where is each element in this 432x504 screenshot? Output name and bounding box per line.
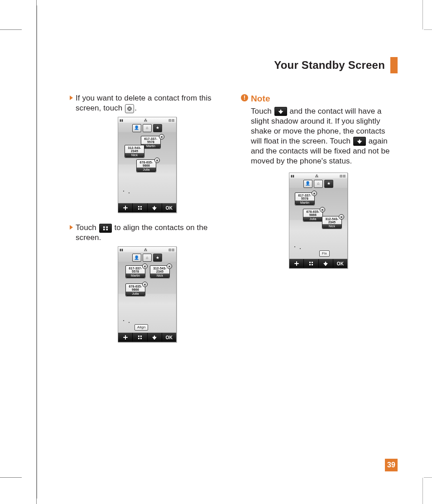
note-title: Note (251, 93, 270, 105)
tab-favorites-icon: ★ (324, 180, 333, 188)
bullet-text: If you want to delete a contact from thi… (76, 93, 225, 113)
bullet-align-contacts: Touch to align the contacts on the scree… (70, 223, 225, 243)
wallpaper-area: 617-337-5578 Martin ✕ 312-543-2345 Nick … (118, 262, 176, 332)
bluetooth-icon: ⁂ (144, 118, 147, 122)
close-icon: ✕ (159, 134, 164, 139)
svg-rect-16 (312, 264, 313, 265)
crop-mark (422, 478, 423, 504)
tab-favorites-icon: ★ (153, 124, 162, 132)
svg-rect-15 (309, 264, 311, 265)
contact-name: Nick (322, 224, 341, 228)
svg-rect-1 (138, 206, 139, 207)
page-header: Your Standby Screen (39, 57, 398, 73)
svg-rect-3 (138, 208, 139, 210)
top-tab-bar: 👤 ⌂ ★ (289, 178, 347, 188)
crop-mark (424, 477, 432, 478)
svg-rect-9 (138, 336, 139, 337)
bullet-delete-contact: If you want to delete a contact from thi… (70, 93, 225, 113)
page-gutter (36, 5, 37, 499)
phone-screenshot-fix: ▮▮ ⁂ ▥▥ 👤 ⌂ ★ 617-337-5578 Martin (289, 173, 348, 269)
add-button (118, 203, 133, 212)
right-column: ! Note Touch and the contact will have a… (241, 93, 396, 352)
fix-tooltip: Fix (319, 250, 330, 257)
crop-mark (0, 29, 22, 30)
contact-card-julia: 678-635-9866 Julia (136, 159, 156, 172)
contact-name: Martin (126, 274, 145, 278)
note-body: Touch and the contact will have a slight… (251, 106, 396, 167)
triangle-bullet-icon (70, 96, 73, 100)
phone-screenshot-align: ▮▮ ⁂ ▥▥ 👤 ⌂ ★ 617-337-5578 Martin (118, 246, 177, 342)
signal-icon: ▮▮ (120, 118, 123, 122)
close-icon: ✕ (167, 264, 172, 269)
align-grid-icon (99, 224, 112, 233)
wallpaper-area: 617-337-5578 Martin ✕ 678-635-9866 Julia… (289, 188, 347, 259)
close-icon: ✕ (154, 158, 160, 163)
pin-button (148, 203, 162, 212)
page-content: Your Standby Screen If you want to delet… (39, 36, 419, 478)
svg-rect-2 (140, 206, 142, 207)
ok-button: OK (162, 203, 176, 212)
crop-mark (424, 29, 432, 30)
add-button (118, 333, 133, 342)
close-icon: ✕ (339, 214, 344, 220)
align-button (133, 203, 147, 212)
pin-button (319, 259, 333, 268)
svg-rect-14 (312, 262, 313, 263)
align-button (133, 333, 147, 342)
close-icon: ✕ (312, 191, 317, 196)
triangle-bullet-icon (70, 225, 73, 230)
contact-name: Julia (126, 292, 145, 296)
bluetooth-icon: ⁂ (144, 248, 147, 252)
pin-icon (274, 107, 287, 116)
contact-name: Julia (137, 168, 156, 172)
status-bar: ▮▮ ⁂ ▥▥ (118, 117, 176, 123)
ok-button: OK (333, 259, 347, 268)
wallpaper-area: 617-337-5578 Martin ✕ 312-543-2345 Nick … (118, 132, 176, 203)
align-tooltip: Align (134, 324, 148, 331)
bottom-toolbar: OK (118, 203, 176, 212)
close-icon: ✕ (142, 282, 148, 287)
signal-icon: ▮▮ (120, 248, 123, 252)
phone-screenshot-delete: ▮▮ ⁂ ▥▥ 👤 ⌂ ★ 617-337-5578 Martin (118, 117, 177, 213)
tab-home-icon: ⌂ (143, 254, 152, 262)
pin-icon (353, 137, 366, 146)
tab-home-icon: ⌂ (314, 180, 323, 188)
bottom-toolbar: OK (289, 259, 347, 268)
contact-name: Nick (125, 153, 144, 157)
left-column: If you want to delete a contact from thi… (70, 93, 225, 352)
note-icon: ! (241, 94, 248, 101)
contact-name: Martin (295, 201, 314, 205)
svg-rect-10 (140, 336, 142, 337)
close-icon: ✕ (320, 207, 325, 212)
battery-icon: ▥▥ (168, 248, 175, 252)
svg-rect-11 (138, 338, 139, 339)
battery-icon: ▥▥ (168, 118, 175, 122)
svg-rect-8 (106, 229, 108, 230)
svg-rect-13 (309, 262, 311, 263)
svg-rect-5 (103, 226, 105, 228)
contact-name: Nick (150, 274, 169, 278)
contact-name: Julia (303, 217, 322, 221)
align-button (304, 259, 318, 268)
text: Touch (76, 223, 99, 232)
tab-contacts-icon: 👤 (132, 254, 141, 262)
page-title: Your Standby Screen (274, 59, 385, 72)
add-button (289, 259, 304, 268)
tab-home-icon: ⌂ (143, 124, 152, 132)
battery-icon: ▥▥ (340, 174, 346, 178)
text: . (134, 104, 137, 112)
tab-favorites-icon: ★ (153, 254, 162, 262)
bluetooth-icon: ⁂ (315, 174, 318, 178)
delete-contact-icon (125, 104, 134, 113)
note-heading: ! Note (241, 93, 396, 105)
tab-contacts-icon: 👤 (303, 180, 312, 188)
contact-number: 678-635-9866 (137, 160, 156, 167)
crop-mark (0, 477, 22, 478)
contact-number: 312-543-2345 (125, 145, 144, 153)
top-tab-bar: 👤 ⌂ ★ (118, 252, 176, 262)
page-number: 39 (385, 459, 398, 471)
crop-mark (422, 0, 423, 29)
contact-card-nick: 312-543-2345 Nick (125, 145, 144, 158)
svg-rect-7 (103, 229, 105, 230)
svg-rect-6 (106, 226, 108, 228)
